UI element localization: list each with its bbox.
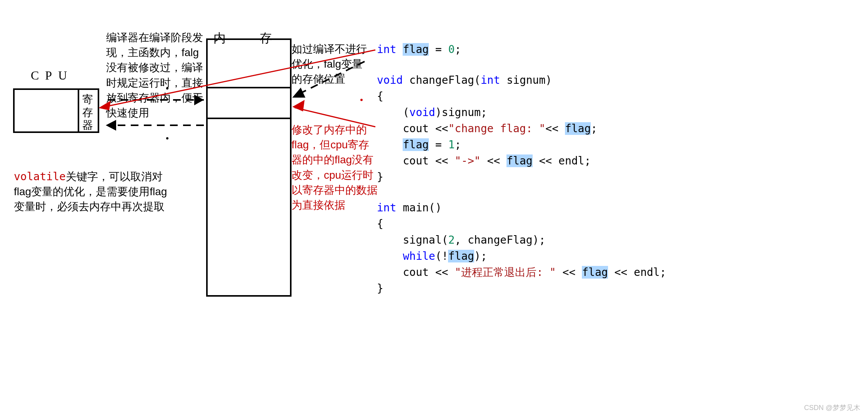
code-line-8: } — [377, 169, 666, 185]
code-line-11: { — [377, 216, 666, 232]
code-line-10: int main() — [377, 200, 666, 216]
register-char-3: 器 — [82, 119, 93, 132]
svg-point-2 — [360, 99, 363, 101]
code-line-7: cout << "->" << flag << endl; — [377, 153, 666, 169]
volatile-keyword: volatile — [14, 170, 66, 183]
memory-cell-flag — [207, 88, 291, 118]
code-line-6: flag = 1; — [377, 137, 666, 153]
volatile-note: volatile关键字，可以取消对flag变量的优化，是需要使用flag变量时，… — [14, 169, 172, 214]
code-block: int flag = 0; void changeFlag(int signum… — [377, 42, 666, 297]
code-line-14: cout << "进程正常退出后: " << flag << endl; — [377, 264, 666, 281]
register-label: 寄 存 器 — [82, 93, 93, 132]
code-line-4: (void)signum; — [377, 105, 666, 121]
code-line-1: int flag = 0; — [377, 42, 666, 58]
code-line-5: cout <<"change flag: "<< flag; — [377, 121, 666, 137]
code-line-2: void changeFlag(int signum) — [377, 72, 666, 88]
code-line-15: } — [377, 281, 666, 297]
memory-label: 内 存 — [213, 30, 283, 47]
compiler-note: 编译器在编译阶段发现，主函数内，falg没有被修改过，编译时规定运行时，直接放到… — [106, 30, 206, 120]
no-opt-note: 如过编译不进行优化，falg变量的存储位置 — [292, 42, 372, 87]
code-line-13: while(!flag); — [377, 248, 666, 264]
cpu-label: CPU — [31, 68, 73, 83]
svg-point-1 — [166, 137, 168, 139]
arrowhead-noopt-to-mem — [292, 88, 305, 98]
modify-memory-note: 修改了内存中的flag，但cpu寄存器的中的flag没有改变，cpu运行时以寄存… — [292, 122, 380, 212]
register-char-1: 寄 — [82, 93, 93, 106]
code-line-3: { — [377, 88, 666, 105]
arrowhead-mem-to-reg — [106, 120, 116, 131]
memory-box — [207, 39, 291, 296]
watermark: CSDN @梦梦见木 — [804, 403, 860, 412]
register-char-2: 存 — [82, 106, 93, 119]
code-line-12: signal(2, changeFlag); — [377, 232, 666, 248]
arrowhead-code-to-memory — [292, 100, 305, 111]
